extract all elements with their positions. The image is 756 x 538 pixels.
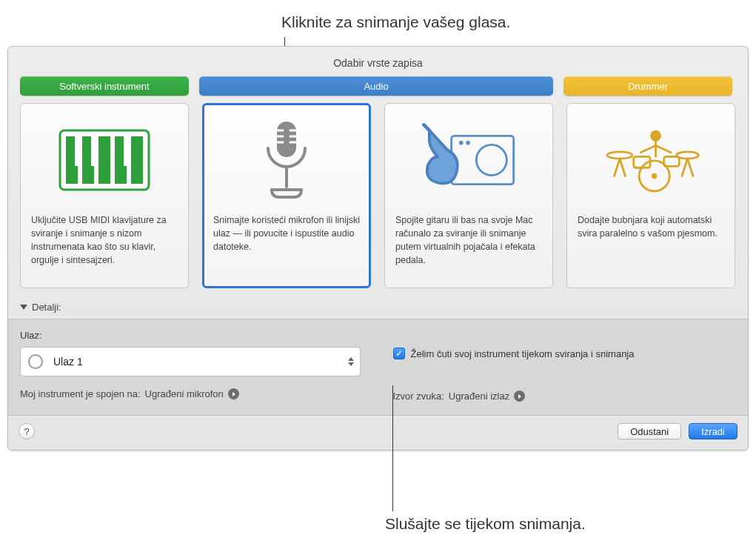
help-button[interactable]: ? (19, 423, 35, 439)
svg-rect-5 (131, 136, 143, 184)
card-text: Dodajte bubnjara koji automatski svira p… (578, 213, 724, 240)
input-column: Ulaz: Ulaz 1 Moj instrument je spojen na… (20, 330, 364, 402)
chevron-down-icon (20, 305, 27, 310)
svg-point-20 (459, 141, 464, 145)
track-type-cards: Uključite USB MIDI klavijature za sviran… (8, 103, 748, 299)
tab-drummer[interactable]: Drummer (563, 76, 732, 96)
card-audio-mic[interactable]: Snimajte koristeći mikrofon ili linijski… (202, 103, 371, 288)
connection-value: Ugrađeni mikrofon (145, 388, 224, 399)
card-drummer[interactable]: Dodajte bubnjara koji automatski svira p… (566, 103, 735, 288)
dialog-title: Odabir vrste zapisa (8, 47, 748, 76)
card-audio-guitar[interactable]: Spojite gitaru ili bas na svoje Mac raču… (384, 103, 553, 288)
svg-rect-34 (664, 156, 680, 166)
sound-source-link-arrow-icon[interactable] (514, 391, 525, 402)
stepper-arrows-icon (348, 357, 354, 366)
svg-point-23 (650, 130, 661, 142)
svg-line-31 (682, 159, 687, 176)
sound-source-value: Ugrađeni izlaz (449, 391, 509, 402)
callout-listen-while-recording: Slušajte se tijekom snimanja. (385, 515, 586, 533)
svg-rect-8 (124, 136, 130, 166)
card-software-instrument[interactable]: Uključite USB MIDI klavijature za sviran… (20, 103, 189, 288)
monitoring-checkbox[interactable]: ✓ (393, 348, 405, 359)
connection-link-arrow-icon[interactable] (228, 388, 239, 399)
svg-point-21 (466, 141, 470, 145)
card-text: Uključite USB MIDI klavijature za sviran… (31, 213, 178, 268)
keyboard-icon (53, 116, 156, 205)
drummer-icon (599, 116, 703, 205)
sound-source-prefix: Izvor zvuka: (393, 391, 444, 402)
card-text: Spojite gitaru ili bas na svoje Mac raču… (395, 213, 542, 268)
input-value: Ulaz 1 (53, 356, 83, 368)
details-panel: Ulaz: Ulaz 1 Moj instrument je spojen na… (8, 319, 748, 416)
svg-line-26 (656, 145, 672, 152)
instrument-connection-line: Moj instrument je spojen na: Ugrađeni mi… (20, 388, 364, 399)
monitoring-column: ✓ Želim čuti svoj instrument tijekom svi… (393, 330, 737, 402)
input-channel-icon (28, 354, 43, 369)
connection-prefix: Moj instrument je spojen na: (20, 388, 141, 399)
microphone-icon (235, 116, 338, 205)
svg-line-22 (424, 124, 429, 130)
svg-rect-9 (277, 122, 296, 157)
details-label: Detalji: (32, 302, 61, 313)
svg-line-25 (640, 145, 656, 152)
callout-line-bottom (392, 385, 393, 511)
svg-rect-6 (75, 136, 81, 166)
tab-audio[interactable]: Audio (199, 76, 553, 96)
svg-line-28 (615, 159, 620, 176)
svg-line-32 (687, 159, 692, 176)
svg-point-36 (652, 173, 657, 179)
svg-line-29 (620, 159, 625, 176)
input-label: Ulaz: (20, 330, 364, 341)
sound-source-line: Izvor zvuka: Ugrađeni izlaz (393, 391, 737, 402)
checkmark-icon: ✓ (395, 349, 403, 358)
tab-software-instrument[interactable]: Softverski instrument (20, 76, 189, 96)
svg-point-19 (476, 145, 506, 175)
svg-rect-3 (98, 136, 110, 184)
track-type-dialog: Odabir vrste zapisa Softverski instrumen… (7, 46, 749, 451)
input-select[interactable]: Ulaz 1 (20, 347, 361, 376)
details-disclosure[interactable]: Detalji: (8, 299, 748, 319)
dialog-footer: ? Odustani Izradi (8, 416, 748, 450)
svg-rect-7 (91, 136, 97, 166)
card-text: Snimajte koristeći mikrofon ili linijski… (213, 213, 360, 253)
monitoring-label: Želim čuti svoj instrument tijekom svira… (411, 348, 635, 359)
guitar-amp-icon (417, 116, 521, 205)
callout-record-voice: Kliknite za snimanje vašeg glasa. (281, 13, 510, 31)
track-type-tabs: Softverski instrument Audio Drummer (8, 76, 748, 103)
create-button[interactable]: Izradi (689, 423, 737, 439)
cancel-button[interactable]: Odustani (618, 423, 681, 439)
